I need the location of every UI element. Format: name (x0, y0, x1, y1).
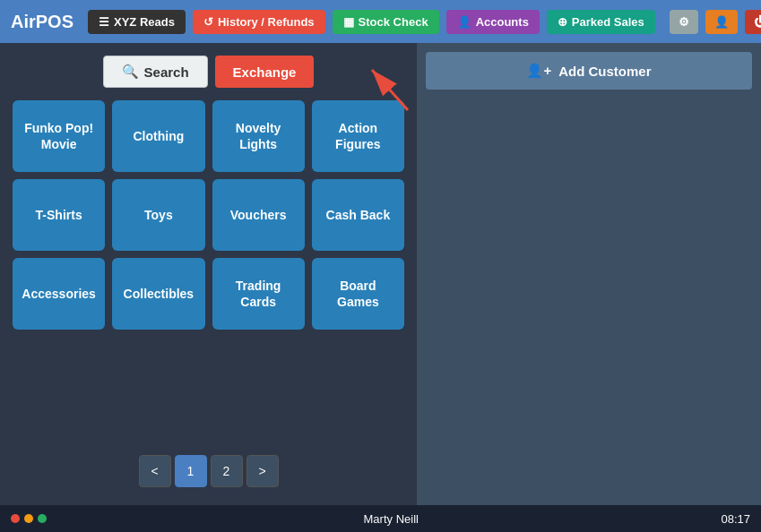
status-dots (11, 514, 47, 523)
status-time: 08:17 (721, 512, 750, 526)
action-bar: 🔍 Search Exchange (9, 52, 408, 91)
user-button[interactable]: 👤 (705, 10, 738, 34)
category-board-games[interactable]: Board Games (312, 258, 404, 330)
history-refunds-label: History / Refunds (218, 15, 315, 29)
exchange-button[interactable]: Exchange (215, 56, 315, 88)
status-username: Marty Neill (61, 512, 721, 526)
power-icon: ⏻ (754, 15, 761, 29)
pagination-page-1[interactable]: 1 (175, 455, 207, 487)
category-cash-back[interactable]: Cash Back (312, 179, 404, 251)
main-content: 🔍 Search Exchange (0, 43, 761, 505)
history-refunds-icon: ↺ (203, 15, 213, 29)
category-clothing[interactable]: Clothing (112, 100, 204, 172)
accounts-icon: 👤 (457, 15, 471, 29)
stock-check-button[interactable]: ▦ Stock Check (333, 10, 439, 34)
add-customer-icon: 👤+ (526, 63, 551, 79)
category-grid: Funko Pop! Movie Clothing Novelty Lights… (9, 100, 408, 330)
gear-icon: ⚙ (679, 15, 689, 29)
add-customer-label: Add Customer (558, 64, 651, 79)
accounts-label: Accounts (476, 15, 529, 29)
category-toys[interactable]: Toys (112, 179, 204, 251)
category-vouchers[interactable]: Vouchers (212, 179, 305, 251)
parked-sales-icon: ⊕ (558, 15, 567, 29)
user-icon: 👤 (714, 15, 729, 29)
app-title: AirPOS (11, 12, 74, 32)
settings-button[interactable]: ⚙ (670, 10, 698, 34)
header: AirPOS ☰ XYZ Reads ↺ History / Refunds ▦… (0, 0, 761, 43)
add-customer-button[interactable]: 👤+ Add Customer (426, 52, 752, 90)
pagination-next[interactable]: > (246, 455, 279, 487)
left-panel: 🔍 Search Exchange (0, 43, 417, 505)
stock-check-label: Stock Check (359, 15, 428, 29)
category-trading-cards[interactable]: Trading Cards (212, 258, 305, 330)
pagination-page-2[interactable]: 2 (211, 455, 243, 487)
pagination: < 1 2 > (9, 446, 408, 496)
xyz-reads-button[interactable]: ☰ XYZ Reads (88, 10, 186, 34)
search-label: Search (144, 64, 189, 80)
category-funko-pop[interactable]: Funko Pop! Movie (13, 100, 105, 172)
search-button[interactable]: 🔍 Search (103, 56, 208, 88)
category-accessories[interactable]: Accessories (13, 258, 105, 330)
stock-check-icon: ▦ (343, 15, 354, 29)
pagination-prev[interactable]: < (139, 455, 171, 487)
parked-sales-button[interactable]: ⊕ Parked Sales (547, 10, 655, 34)
category-novelty-lights[interactable]: Novelty Lights (212, 100, 305, 172)
status-bar: Marty Neill 08:17 (0, 505, 761, 532)
exchange-label: Exchange (233, 64, 297, 80)
search-icon: 🔍 (122, 64, 139, 80)
category-t-shirts[interactable]: T-Shirts (13, 179, 105, 251)
history-refunds-button[interactable]: ↺ History / Refunds (193, 10, 325, 34)
power-button[interactable]: ⏻ (745, 10, 761, 34)
parked-sales-label: Parked Sales (572, 15, 644, 29)
accounts-button[interactable]: 👤 Accounts (446, 10, 540, 34)
category-collectibles[interactable]: Collectibles (112, 258, 204, 330)
right-panel: 👤+ Add Customer (417, 43, 761, 505)
xyz-reads-icon: ☰ (99, 15, 109, 29)
xyz-reads-label: XYZ Reads (114, 15, 175, 29)
dot-yellow (24, 514, 33, 523)
dot-green (38, 514, 47, 523)
category-action-figures[interactable]: Action Figures (312, 100, 404, 172)
dot-red (11, 514, 20, 523)
